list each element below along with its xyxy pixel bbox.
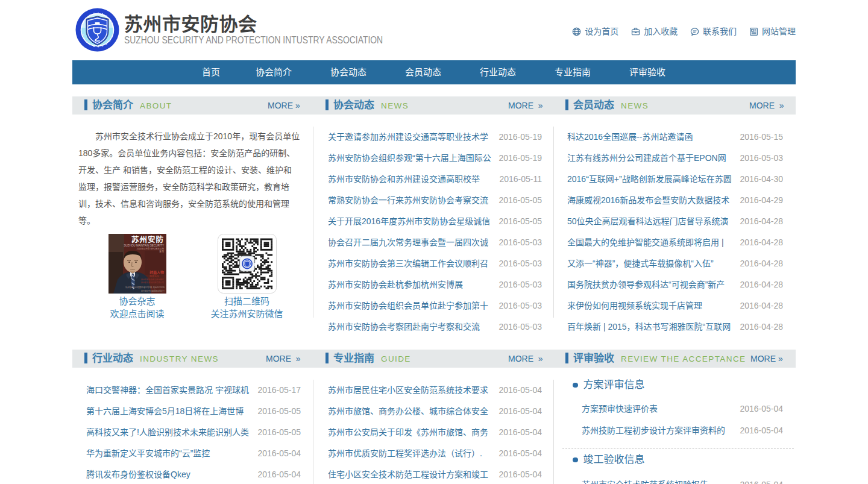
svg-text:协会地址苏州市富郎中巷12号2楼 ,电话65223289: 协会地址苏州市富郎中巷12号2楼 ,电话65223289 [125, 286, 164, 289]
svg-text:2016年02月号·创刊2周年32期: 2016年02月号·创刊2周年32期 [136, 247, 164, 250]
svg-text:杨建先生: 杨建先生 [149, 274, 159, 278]
svg-text:季刊: 季刊 [159, 250, 164, 253]
svg-text:封面人物: 封面人物 [149, 270, 164, 275]
svg-text:SUZHOU MAINTAIN SECURITY: SUZHOU MAINTAIN SECURITY [124, 244, 164, 247]
svg-text:苏州宏凯安防科技有限公司: 苏州宏凯安防科技有限公司 [140, 281, 163, 284]
svg-text:苏州安防: 苏州安防 [131, 235, 163, 244]
svg-text:苏州市安防协会副会长单位: 苏州市安防协会副会长单位 [140, 278, 164, 281]
svg-text:苏州安防杂志编辑部出版发行: 苏州安防杂志编辑部出版发行 [140, 289, 164, 292]
